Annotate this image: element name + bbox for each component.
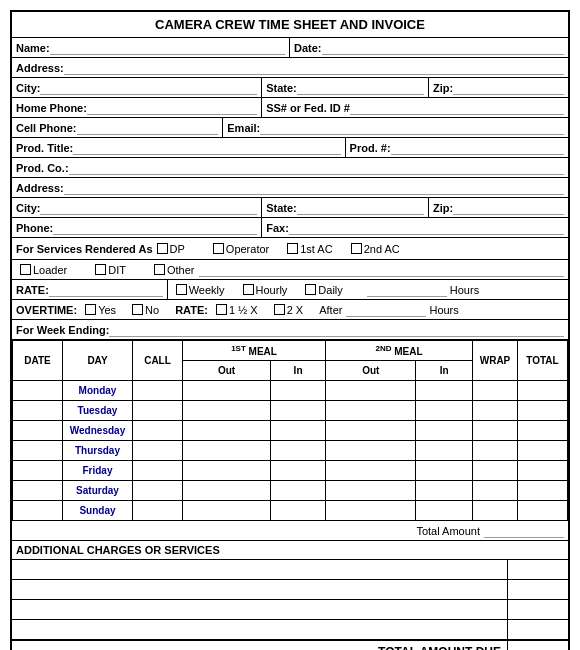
total-cell-5	[518, 481, 568, 501]
day-cell-0: Monday	[63, 381, 133, 401]
operator-checkbox[interactable]	[213, 243, 224, 254]
in2-cell-3	[416, 441, 473, 461]
col-date: DATE	[13, 341, 63, 381]
zip-cell: Zip:	[429, 78, 568, 97]
week-ending-row: For Week Ending:	[12, 320, 568, 340]
call-cell-5	[133, 481, 183, 501]
additional-right	[508, 560, 568, 640]
zip2-cell: Zip:	[429, 198, 568, 217]
wrap-cell-3	[473, 441, 518, 461]
col-in1: In	[271, 361, 326, 381]
col-meal1: 1ST MEAL	[183, 341, 326, 361]
city-label: City:	[16, 82, 40, 94]
day-cell-6: Sunday	[63, 501, 133, 521]
weekly-label: Weekly	[189, 284, 225, 296]
cell-email-row: Cell Phone: Email:	[12, 118, 568, 138]
out2-cell-2	[326, 421, 416, 441]
loader-checkbox[interactable]	[20, 264, 31, 275]
zip-label: Zip:	[433, 82, 453, 94]
wrap-cell-0	[473, 381, 518, 401]
rate2x-label: 2 X	[287, 304, 304, 316]
total-cell-0	[518, 381, 568, 401]
total-cell-2	[518, 421, 568, 441]
total-cell-4	[518, 461, 568, 481]
out1-cell-2	[183, 421, 271, 441]
weekly-checkbox[interactable]	[176, 284, 187, 295]
phone-fax-row: Phone: Fax:	[12, 218, 568, 238]
in2-cell-5	[416, 481, 473, 501]
loader-label: Loader	[33, 264, 67, 276]
cell-phone-label: Cell Phone:	[16, 122, 77, 134]
call-cell-6	[133, 501, 183, 521]
address-row: Address:	[12, 58, 568, 78]
state-cell: State:	[262, 78, 429, 97]
call-cell-1	[133, 401, 183, 421]
total-due-label: TOTAL AMOUNT DUE	[12, 641, 508, 650]
rate15-checkbox[interactable]	[216, 304, 227, 315]
col-wrap: WRAP	[473, 341, 518, 381]
hourly-checkbox[interactable]	[243, 284, 254, 295]
hours-label: Hours	[450, 284, 479, 296]
col-call: CALL	[133, 341, 183, 381]
out2-cell-6	[326, 501, 416, 521]
prod-co-label: Prod. Co.:	[16, 162, 69, 174]
prod-num-label: Prod. #:	[350, 142, 391, 154]
services-row: For Services Rendered As DP Operator 1st…	[12, 238, 568, 260]
date-cell-0	[13, 381, 63, 401]
day-cell-4: Friday	[63, 461, 133, 481]
loader-cell: Loader DIT Other	[12, 260, 568, 279]
additional-line-3	[12, 600, 507, 620]
dp-checkbox[interactable]	[157, 243, 168, 254]
other-checkbox[interactable]	[154, 264, 165, 275]
yes-checkbox[interactable]	[85, 304, 96, 315]
rate2x-checkbox[interactable]	[274, 304, 285, 315]
date-cell-4	[13, 461, 63, 481]
loader-row: Loader DIT Other	[12, 260, 568, 280]
no-checkbox[interactable]	[132, 304, 143, 315]
wrap-cell-6	[473, 501, 518, 521]
date-cell-5	[13, 481, 63, 501]
after-label: After	[319, 304, 342, 316]
out2-cell-4	[326, 461, 416, 481]
daily-label: Daily	[318, 284, 342, 296]
city2-cell: City:	[12, 198, 262, 217]
dit-label: DIT	[108, 264, 126, 276]
ac1-checkbox[interactable]	[287, 243, 298, 254]
out2-cell-5	[326, 481, 416, 501]
in1-cell-4	[271, 461, 326, 481]
additional-right-3	[508, 600, 568, 620]
out1-cell-6	[183, 501, 271, 521]
other-label: Other	[167, 264, 195, 276]
state2-label: State:	[266, 202, 297, 214]
in2-cell-4	[416, 461, 473, 481]
address-label: Address:	[16, 62, 64, 74]
phone-label: Phone:	[16, 222, 53, 234]
day-cell-1: Tuesday	[63, 401, 133, 421]
out1-cell-0	[183, 381, 271, 401]
date-cell-6	[13, 501, 63, 521]
total-due-row: TOTAL AMOUNT DUE	[12, 640, 568, 650]
prod-title-cell: Prod. Title:	[12, 138, 346, 157]
no-label: No	[145, 304, 159, 316]
daily-checkbox[interactable]	[305, 284, 316, 295]
rate-label: RATE:	[16, 284, 49, 296]
overtime-row: OVERTIME: Yes No RATE: 1 ½ X 2 X After H…	[12, 300, 568, 320]
dit-checkbox[interactable]	[95, 264, 106, 275]
rate-options-cell: Weekly Hourly Daily Hours	[168, 280, 568, 299]
total-amount-label: Total Amount	[416, 525, 480, 537]
city-state-zip-row: City: State: Zip:	[12, 78, 568, 98]
yes-label: Yes	[98, 304, 116, 316]
call-cell-2	[133, 421, 183, 441]
in1-cell-3	[271, 441, 326, 461]
week-ending-cell: For Week Ending:	[12, 320, 568, 339]
additional-right-1	[508, 560, 568, 580]
additional-left	[12, 560, 508, 640]
services-cell: For Services Rendered As DP Operator 1st…	[12, 238, 568, 259]
in2-cell-1	[416, 401, 473, 421]
additional-right-2	[508, 580, 568, 600]
out1-cell-1	[183, 401, 271, 421]
cell-phone-cell: Cell Phone:	[12, 118, 223, 137]
in1-cell-5	[271, 481, 326, 501]
home-phone-label: Home Phone:	[16, 102, 87, 114]
ac2-checkbox[interactable]	[351, 243, 362, 254]
